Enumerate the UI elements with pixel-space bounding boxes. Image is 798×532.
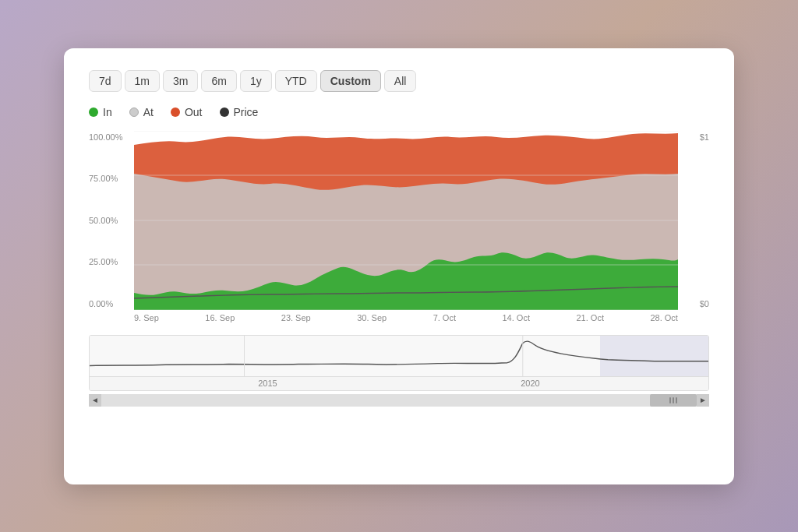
x-label-6: 21. Oct (576, 313, 603, 322)
y-right-top: $1 (680, 132, 709, 142)
svg-rect-6 (600, 336, 708, 376)
legend-out-label: Out (185, 106, 203, 118)
btn-1y[interactable]: 1y (240, 70, 272, 92)
legend-at: At (129, 106, 154, 118)
scrollbar[interactable]: ◄ ► (89, 394, 709, 407)
y-label-75: 75.00% (89, 174, 134, 183)
mini-x-2015: 2015 (258, 379, 277, 388)
legend-out: Out (171, 106, 203, 118)
main-card: 7d 1m 3m 6m 1y YTD Custom All In At Out … (64, 48, 734, 484)
y-axis-left: 100.00% 75.00% 50.00% 25.00% 0.00% (89, 131, 134, 310)
mini-svg (90, 336, 708, 376)
btn-custom[interactable]: Custom (320, 70, 381, 92)
legend-price-dot (220, 107, 229, 117)
legend-in: In (89, 106, 112, 118)
main-chart: 100.00% 75.00% 50.00% 25.00% 0.00% (89, 131, 709, 310)
mini-chart-inner (90, 336, 708, 376)
btn-all[interactable]: All (384, 70, 417, 92)
time-button-group: 7d 1m 3m 6m 1y YTD Custom All (89, 70, 709, 92)
legend-at-label: At (143, 106, 154, 118)
y-axis-right: $1 $0 (680, 131, 709, 310)
x-label-2: 23. Sep (281, 313, 311, 322)
scroll-left-button[interactable]: ◄ (89, 394, 101, 407)
btn-1m[interactable]: 1m (125, 70, 160, 92)
legend-price: Price (220, 106, 259, 118)
grip-line-3 (676, 397, 677, 403)
x-label-1: 16. Sep (205, 313, 235, 322)
chart-area: 100.00% 75.00% 50.00% 25.00% 0.00% (89, 131, 709, 407)
scroll-thumb-grip (669, 397, 677, 403)
legend-in-dot (89, 107, 98, 117)
btn-3m[interactable]: 3m (163, 70, 198, 92)
y-label-25: 25.00% (89, 257, 134, 266)
mini-chart: 2015 2020 (89, 335, 709, 391)
x-label-5: 14. Oct (503, 313, 530, 322)
grip-line-2 (673, 397, 674, 403)
x-label-7: 28. Oct (650, 313, 677, 322)
x-label-4: 7. Oct (433, 313, 456, 322)
btn-ytd[interactable]: YTD (275, 70, 317, 92)
y-label-0: 0.00% (89, 299, 134, 308)
btn-7d[interactable]: 7d (89, 70, 122, 92)
legend-price-label: Price (234, 106, 259, 118)
legend-out-dot (171, 107, 180, 117)
y-right-bottom: $0 (680, 299, 709, 308)
y-label-100: 100.00% (89, 132, 134, 142)
btn-6m[interactable]: 6m (201, 70, 236, 92)
x-label-3: 30. Sep (357, 313, 387, 322)
mini-x-axis: 2015 2020 (90, 376, 708, 390)
grip-line-1 (669, 397, 671, 403)
mini-x-2020: 2020 (521, 379, 539, 388)
scroll-right-button[interactable]: ► (697, 394, 709, 407)
scroll-track[interactable] (101, 394, 697, 407)
scroll-thumb[interactable] (650, 394, 697, 407)
legend-in-label: In (103, 106, 112, 118)
x-label-0: 9. Sep (134, 313, 159, 322)
x-axis: 9. Sep 16. Sep 23. Sep 30. Sep 7. Oct 14… (89, 310, 709, 322)
main-svg (134, 131, 678, 310)
y-label-50: 50.00% (89, 216, 134, 225)
legend-at-dot (129, 107, 139, 117)
legend: In At Out Price (89, 106, 709, 118)
chart-inner (134, 131, 678, 310)
